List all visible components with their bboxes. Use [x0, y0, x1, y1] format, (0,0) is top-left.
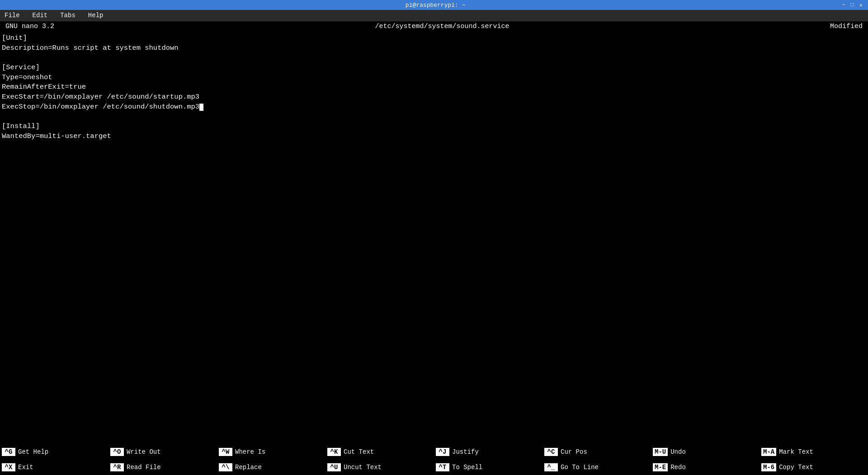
shortcut-label: Undo	[670, 448, 686, 456]
modified-label: Modified	[830, 23, 863, 30]
close-button[interactable]: ✕	[858, 2, 864, 9]
menu-help[interactable]: Help	[85, 11, 106, 20]
shortcuts-row-2: ^XExit^RRead File^\Replace^UUncut Text^T…	[0, 460, 868, 475]
shortcut-key: ^K	[327, 448, 341, 456]
shortcut-label: Cut Text	[344, 448, 374, 456]
title-bar: pi@raspberrypi: ~ − □ ✕	[0, 0, 868, 10]
shortcut-key: ^X	[2, 463, 15, 471]
shortcut-label: Mark Text	[779, 448, 813, 456]
shortcut-key: M-A	[761, 448, 776, 456]
shortcut-label: Justify	[452, 448, 479, 456]
shortcut-label: Uncut Text	[344, 464, 382, 471]
shortcut-key: M-6	[761, 463, 776, 471]
shortcut-key: ^U	[327, 463, 341, 471]
shortcut-label: Copy Text	[779, 464, 813, 471]
shortcut-item[interactable]: ^XExit	[0, 462, 108, 472]
shortcut-key: ^R	[110, 463, 124, 471]
minimize-button[interactable]: −	[840, 2, 847, 9]
shortcut-label: Cur Pos	[561, 448, 587, 456]
menu-file[interactable]: File	[2, 11, 23, 20]
maximize-button[interactable]: □	[849, 2, 856, 9]
menu-bar: File Edit Tabs Help	[0, 10, 868, 21]
shortcut-item[interactable]: ^KCut Text	[326, 447, 434, 457]
shortcut-item[interactable]: ^_Go To Line	[542, 462, 651, 472]
shortcut-item[interactable]: M-UUndo	[651, 447, 760, 457]
menu-edit[interactable]: Edit	[30, 11, 51, 20]
shortcut-key: ^W	[219, 448, 232, 456]
editor-area[interactable]: [Unit] Description=Runs script at system…	[0, 32, 868, 444]
shortcut-item[interactable]: M-AMark Text	[760, 447, 868, 457]
shortcut-label: Go To Line	[561, 464, 599, 471]
shortcut-label: Redo	[670, 464, 686, 471]
file-name: /etc/systemd/system/sound.service	[375, 23, 509, 30]
shortcut-item[interactable]: ^GGet Help	[0, 447, 108, 457]
shortcut-item[interactable]: ^RRead File	[108, 462, 217, 472]
shortcut-item[interactable]: ^WWhere Is	[217, 447, 326, 457]
shortcut-key: ^\	[219, 463, 232, 471]
shortcut-item[interactable]: ^TTo Spell	[434, 462, 542, 472]
shortcuts-row-1: ^GGet Help^OWrite Out^WWhere Is^KCut Tex…	[0, 444, 868, 460]
shortcut-label: Get Help	[18, 448, 48, 456]
shortcut-key: ^T	[436, 463, 449, 471]
shortcut-label: Where Is	[235, 448, 265, 456]
shortcut-item[interactable]: ^OWrite Out	[108, 447, 217, 457]
status-bar-top: GNU nano 3.2 /etc/systemd/system/sound.s…	[0, 21, 868, 32]
menu-tabs[interactable]: Tabs	[57, 11, 78, 20]
nano-version: GNU nano 3.2	[5, 23, 54, 30]
shortcut-label: Replace	[235, 464, 262, 471]
window-controls[interactable]: − □ ✕	[840, 2, 864, 9]
shortcut-label: Read File	[127, 464, 161, 471]
shortcut-item[interactable]: ^\Replace	[217, 462, 326, 472]
shortcut-label: To Spell	[452, 464, 482, 471]
shortcut-item[interactable]: M-6Copy Text	[760, 462, 868, 472]
shortcut-item[interactable]: M-ERedo	[651, 462, 760, 472]
shortcut-key: ^C	[544, 448, 558, 456]
shortcut-item[interactable]: ^JJustify	[434, 447, 542, 457]
shortcut-item[interactable]: ^CCur Pos	[542, 447, 651, 457]
shortcuts-bar: ^GGet Help^OWrite Out^WWhere Is^KCut Tex…	[0, 444, 868, 475]
shortcut-label: Write Out	[127, 448, 161, 456]
shortcut-key: ^O	[110, 448, 124, 456]
shortcut-key: M-E	[653, 463, 668, 471]
shortcut-label: Exit	[18, 464, 33, 471]
shortcut-key: ^_	[544, 463, 558, 471]
title-text: pi@raspberrypi: ~	[31, 2, 840, 9]
shortcut-key: ^G	[2, 448, 15, 456]
shortcut-key: ^J	[436, 448, 449, 456]
shortcut-key: M-U	[653, 448, 668, 456]
text-cursor	[199, 104, 203, 111]
shortcut-item[interactable]: ^UUncut Text	[326, 462, 434, 472]
